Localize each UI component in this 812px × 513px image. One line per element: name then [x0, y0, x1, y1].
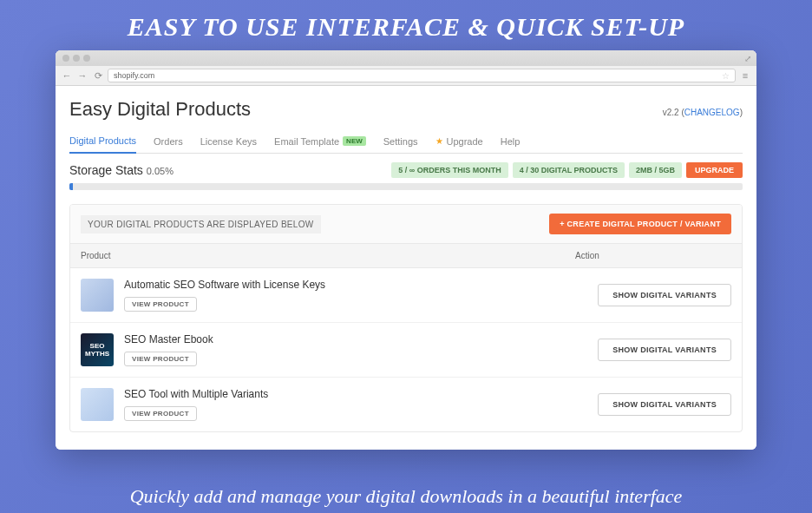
minimize-icon[interactable]	[73, 55, 80, 62]
forward-button[interactable]: →	[76, 69, 88, 82]
product-thumbnail: SEO MYTHS	[81, 333, 114, 366]
app-content: Easy Digital Products v2.2 (CHANGELOG) D…	[56, 86, 756, 450]
storage-progress-bar	[69, 183, 743, 190]
tab-digital-products[interactable]: Digital Products	[69, 129, 136, 154]
url-text: shopify.com	[114, 71, 154, 80]
browser-titlebar: ⤢	[56, 50, 756, 66]
product-thumbnail	[81, 388, 114, 421]
star-icon: ★	[435, 136, 443, 146]
stat-products: 4 / 30 DIGITAL PRODUCTS	[513, 162, 625, 178]
url-bar[interactable]: shopify.com ☆	[108, 69, 736, 82]
product-info: SEO Master Ebook VIEW PRODUCT	[124, 333, 598, 366]
card-header: YOUR DIGITAL PRODUCTS ARE DISPLAYED BELO…	[70, 205, 742, 243]
close-icon[interactable]	[62, 55, 69, 62]
show-variants-button[interactable]: SHOW DIGITAL VARIANTS	[598, 393, 731, 416]
banner-title: EASY TO USE INTERFACE & QUICK SET-UP	[0, 0, 812, 50]
tab-orders[interactable]: Orders	[154, 129, 183, 153]
browser-toolbar: ← → ⟳ shopify.com ☆ ≡	[56, 66, 756, 85]
changelog-link[interactable]: CHANGELOG	[684, 108, 740, 117]
product-thumbnail	[81, 279, 114, 312]
col-product-header: Product	[81, 251, 575, 260]
table-row: Automatic SEO Software with License Keys…	[70, 268, 742, 323]
tabs: Digital Products Orders License Keys Ema…	[69, 129, 743, 154]
app-title: Easy Digital Products	[69, 98, 251, 121]
product-name: SEO Master Ebook	[124, 333, 598, 345]
table-row: SEO Tool with Multiple Variants VIEW PRO…	[70, 378, 742, 431]
progress-fill	[69, 183, 73, 190]
upgrade-button[interactable]: UPGRADE	[686, 162, 743, 178]
expand-icon[interactable]: ⤢	[744, 54, 751, 63]
stats-row: Storage Stats 0.05% 5 / ∞ ORDERS THIS MO…	[69, 154, 743, 183]
new-badge: NEW	[343, 136, 366, 146]
browser-window: ⤢ ← → ⟳ shopify.com ☆ ≡ Easy Digital Pro…	[56, 50, 756, 450]
browser-chrome: ⤢ ← → ⟳ shopify.com ☆ ≡	[56, 50, 756, 86]
maximize-icon[interactable]	[83, 55, 90, 62]
app-version: v2.2 (CHANGELOG)	[663, 108, 743, 117]
view-product-button[interactable]: VIEW PRODUCT	[124, 406, 197, 421]
product-name: Automatic SEO Software with License Keys	[124, 279, 598, 291]
app-header: Easy Digital Products v2.2 (CHANGELOG)	[69, 98, 743, 121]
products-card: YOUR DIGITAL PRODUCTS ARE DISPLAYED BELO…	[69, 204, 743, 432]
products-notice: YOUR DIGITAL PRODUCTS ARE DISPLAYED BELO…	[81, 215, 321, 233]
tab-upgrade[interactable]: ★ Upgrade	[435, 129, 483, 153]
reload-button[interactable]: ⟳	[92, 69, 104, 82]
tab-settings[interactable]: Settings	[383, 129, 418, 153]
table-header: Product Action	[70, 243, 742, 268]
banner-subtitle: Quickly add and manage your digital down…	[0, 485, 812, 508]
view-product-button[interactable]: VIEW PRODUCT	[124, 352, 197, 366]
view-product-button[interactable]: VIEW PRODUCT	[124, 297, 197, 312]
stat-orders: 5 / ∞ ORDERS THIS MONTH	[391, 162, 508, 178]
traffic-lights	[62, 55, 90, 62]
product-info: Automatic SEO Software with License Keys…	[124, 279, 598, 312]
table-row: SEO MYTHS SEO Master Ebook VIEW PRODUCT …	[70, 323, 742, 378]
product-name: SEO Tool with Multiple Variants	[124, 388, 598, 400]
stat-storage: 2MB / 5GB	[629, 162, 682, 178]
back-button[interactable]: ←	[61, 69, 73, 82]
bookmark-star-icon[interactable]: ☆	[722, 71, 730, 81]
menu-button[interactable]: ≡	[739, 69, 751, 82]
tab-help[interactable]: Help	[501, 129, 521, 153]
show-variants-button[interactable]: SHOW DIGITAL VARIANTS	[598, 284, 731, 306]
product-info: SEO Tool with Multiple Variants VIEW PRO…	[124, 388, 598, 421]
tab-email-template[interactable]: Email Template NEW	[274, 129, 366, 153]
show-variants-button[interactable]: SHOW DIGITAL VARIANTS	[598, 339, 731, 361]
stat-badges: 5 / ∞ ORDERS THIS MONTH 4 / 30 DIGITAL P…	[391, 162, 743, 178]
col-action-header: Action	[575, 251, 731, 260]
tab-license-keys[interactable]: License Keys	[200, 129, 257, 153]
create-product-button[interactable]: + CREATE DIGITAL PRODUCT / VARIANT	[549, 214, 731, 234]
storage-stats: Storage Stats 0.05%	[69, 163, 174, 177]
